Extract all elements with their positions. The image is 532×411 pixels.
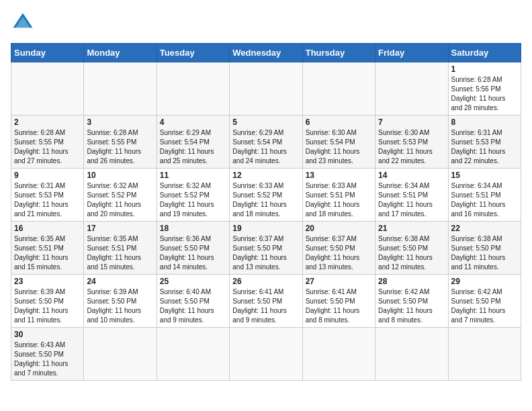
day-info: Sunrise: 6:34 AM Sunset: 5:51 PM Dayligh… [378, 181, 445, 219]
day-number: 5 [232, 118, 299, 127]
day-number: 29 [451, 277, 518, 286]
day-info: Sunrise: 6:30 AM Sunset: 5:53 PM Dayligh… [378, 128, 445, 166]
logo [11, 11, 39, 35]
day-info: Sunrise: 6:41 AM Sunset: 5:50 PM Dayligh… [232, 287, 299, 325]
calendar-cell [84, 328, 157, 381]
day-number: 12 [232, 171, 299, 180]
day-number: 9 [14, 171, 81, 180]
weekday-header: Sunday [11, 44, 84, 62]
calendar-cell [302, 62, 375, 116]
calendar-cell [230, 62, 302, 116]
calendar-cell: 12Sunrise: 6:33 AM Sunset: 5:52 PM Dayli… [230, 169, 302, 222]
calendar-week-row: 9Sunrise: 6:31 AM Sunset: 5:53 PM Daylig… [11, 169, 521, 222]
day-info: Sunrise: 6:29 AM Sunset: 5:54 PM Dayligh… [232, 128, 299, 166]
calendar-cell [84, 62, 157, 116]
calendar-body: 1Sunrise: 6:28 AM Sunset: 5:56 PM Daylig… [11, 62, 521, 381]
calendar-cell: 28Sunrise: 6:42 AM Sunset: 5:50 PM Dayli… [375, 275, 448, 328]
day-info: Sunrise: 6:37 AM Sunset: 5:50 PM Dayligh… [306, 234, 372, 272]
day-number: 16 [14, 224, 81, 233]
calendar-cell: 30Sunrise: 6:43 AM Sunset: 5:50 PM Dayli… [11, 328, 84, 381]
calendar-cell: 2Sunrise: 6:28 AM Sunset: 5:55 PM Daylig… [11, 116, 84, 169]
day-info: Sunrise: 6:41 AM Sunset: 5:50 PM Dayligh… [306, 287, 372, 325]
header-row: SundayMondayTuesdayWednesdayThursdayFrid… [11, 44, 521, 62]
calendar-cell: 20Sunrise: 6:37 AM Sunset: 5:50 PM Dayli… [302, 222, 375, 275]
calendar-cell: 10Sunrise: 6:32 AM Sunset: 5:52 PM Dayli… [84, 169, 157, 222]
calendar-cell: 6Sunrise: 6:30 AM Sunset: 5:54 PM Daylig… [302, 116, 375, 169]
calendar-cell: 27Sunrise: 6:41 AM Sunset: 5:50 PM Dayli… [302, 275, 375, 328]
calendar-cell: 11Sunrise: 6:32 AM Sunset: 5:52 PM Dayli… [157, 169, 229, 222]
weekday-header: Monday [84, 44, 157, 62]
day-info: Sunrise: 6:35 AM Sunset: 5:51 PM Dayligh… [14, 234, 81, 272]
day-number: 13 [306, 171, 372, 180]
calendar-cell: 22Sunrise: 6:38 AM Sunset: 5:50 PM Dayli… [448, 222, 521, 275]
calendar-week-row: 23Sunrise: 6:39 AM Sunset: 5:50 PM Dayli… [11, 275, 521, 328]
day-number: 7 [378, 118, 445, 127]
day-number: 8 [451, 118, 518, 127]
day-info: Sunrise: 6:39 AM Sunset: 5:50 PM Dayligh… [14, 287, 81, 325]
day-number: 19 [232, 224, 299, 233]
weekday-header: Wednesday [230, 44, 302, 62]
day-number: 4 [160, 118, 226, 127]
calendar-header: SundayMondayTuesdayWednesdayThursdayFrid… [11, 44, 521, 62]
calendar-cell [375, 328, 448, 381]
calendar-cell: 3Sunrise: 6:28 AM Sunset: 5:55 PM Daylig… [84, 116, 157, 169]
calendar-cell: 26Sunrise: 6:41 AM Sunset: 5:50 PM Dayli… [230, 275, 302, 328]
day-number: 30 [14, 330, 81, 339]
page-header [11, 11, 521, 35]
calendar-cell: 21Sunrise: 6:38 AM Sunset: 5:50 PM Dayli… [375, 222, 448, 275]
day-number: 15 [451, 171, 518, 180]
calendar-cell [375, 62, 448, 116]
day-number: 24 [87, 277, 153, 286]
day-number: 6 [306, 118, 372, 127]
calendar-cell: 29Sunrise: 6:42 AM Sunset: 5:50 PM Dayli… [448, 275, 521, 328]
calendar-cell [230, 328, 302, 381]
calendar-cell: 19Sunrise: 6:37 AM Sunset: 5:50 PM Dayli… [230, 222, 302, 275]
calendar-cell: 16Sunrise: 6:35 AM Sunset: 5:51 PM Dayli… [11, 222, 84, 275]
day-info: Sunrise: 6:33 AM Sunset: 5:51 PM Dayligh… [306, 181, 372, 219]
calendar-cell: 17Sunrise: 6:35 AM Sunset: 5:51 PM Dayli… [84, 222, 157, 275]
day-info: Sunrise: 6:39 AM Sunset: 5:50 PM Dayligh… [87, 287, 153, 325]
calendar-cell [11, 62, 84, 116]
day-number: 21 [378, 224, 445, 233]
calendar-cell [157, 328, 229, 381]
logo-icon [11, 11, 35, 35]
calendar-cell: 8Sunrise: 6:31 AM Sunset: 5:53 PM Daylig… [448, 116, 521, 169]
weekday-header: Thursday [302, 44, 375, 62]
day-number: 25 [160, 277, 226, 286]
day-info: Sunrise: 6:32 AM Sunset: 5:52 PM Dayligh… [87, 181, 153, 219]
calendar-cell: 18Sunrise: 6:36 AM Sunset: 5:50 PM Dayli… [157, 222, 229, 275]
calendar-cell: 15Sunrise: 6:34 AM Sunset: 5:51 PM Dayli… [448, 169, 521, 222]
weekday-header: Saturday [448, 44, 521, 62]
day-info: Sunrise: 6:38 AM Sunset: 5:50 PM Dayligh… [378, 234, 445, 272]
calendar-cell [157, 62, 229, 116]
day-number: 2 [14, 118, 81, 127]
calendar-table: SundayMondayTuesdayWednesdayThursdayFrid… [11, 43, 521, 381]
calendar-week-row: 16Sunrise: 6:35 AM Sunset: 5:51 PM Dayli… [11, 222, 521, 275]
day-info: Sunrise: 6:34 AM Sunset: 5:51 PM Dayligh… [451, 181, 518, 219]
day-number: 1 [451, 64, 518, 74]
calendar-cell: 13Sunrise: 6:33 AM Sunset: 5:51 PM Dayli… [302, 169, 375, 222]
day-info: Sunrise: 6:29 AM Sunset: 5:54 PM Dayligh… [160, 128, 226, 166]
day-number: 3 [87, 118, 153, 127]
calendar-cell: 14Sunrise: 6:34 AM Sunset: 5:51 PM Dayli… [375, 169, 448, 222]
calendar-week-row: 1Sunrise: 6:28 AM Sunset: 5:56 PM Daylig… [11, 62, 521, 116]
day-number: 28 [378, 277, 445, 286]
day-info: Sunrise: 6:40 AM Sunset: 5:50 PM Dayligh… [160, 287, 226, 325]
weekday-header: Tuesday [157, 44, 229, 62]
day-number: 17 [87, 224, 153, 233]
day-info: Sunrise: 6:30 AM Sunset: 5:54 PM Dayligh… [306, 128, 372, 166]
day-info: Sunrise: 6:33 AM Sunset: 5:52 PM Dayligh… [232, 181, 299, 219]
weekday-header: Friday [375, 44, 448, 62]
day-info: Sunrise: 6:37 AM Sunset: 5:50 PM Dayligh… [232, 234, 299, 272]
day-info: Sunrise: 6:31 AM Sunset: 5:53 PM Dayligh… [451, 128, 518, 166]
day-number: 10 [87, 171, 153, 180]
day-info: Sunrise: 6:31 AM Sunset: 5:53 PM Dayligh… [14, 181, 81, 219]
calendar-week-row: 2Sunrise: 6:28 AM Sunset: 5:55 PM Daylig… [11, 116, 521, 169]
day-info: Sunrise: 6:42 AM Sunset: 5:50 PM Dayligh… [451, 287, 518, 325]
calendar-cell [448, 328, 521, 381]
day-number: 11 [160, 171, 226, 180]
calendar-week-row: 30Sunrise: 6:43 AM Sunset: 5:50 PM Dayli… [11, 328, 521, 381]
day-info: Sunrise: 6:32 AM Sunset: 5:52 PM Dayligh… [160, 181, 226, 219]
calendar-cell [302, 328, 375, 381]
calendar-cell: 4Sunrise: 6:29 AM Sunset: 5:54 PM Daylig… [157, 116, 229, 169]
